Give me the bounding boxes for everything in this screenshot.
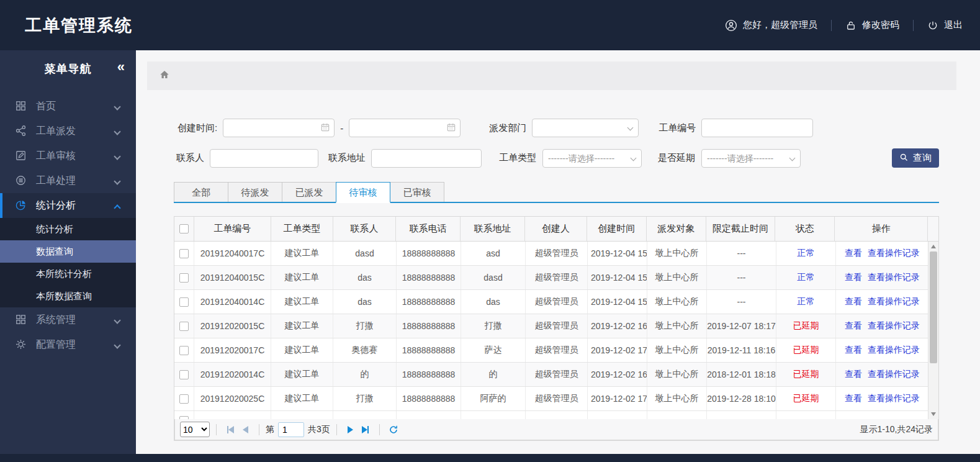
column-header: 状态	[775, 217, 835, 241]
row-checkbox[interactable]	[179, 297, 189, 307]
view-link[interactable]: 查看	[845, 393, 862, 404]
double-chevron-left-icon[interactable]: «	[117, 59, 124, 75]
select-all-cell	[174, 217, 194, 241]
cell-contact: 奥德赛	[333, 338, 397, 362]
calendar-icon[interactable]	[320, 122, 330, 134]
sidebar-item[interactable]: 工单审核	[0, 143, 136, 168]
address-input[interactable]	[371, 149, 482, 168]
checkbox-cell	[174, 363, 194, 386]
tab[interactable]: 已派发	[282, 182, 336, 202]
view-log-link[interactable]: 查看操作记录	[868, 272, 920, 283]
tab[interactable]: 待派发	[228, 182, 282, 202]
sidebar-subitem[interactable]: 统计分析	[0, 218, 136, 240]
table-row: 201912040015C建议工单das18888888888dasd超级管理员…	[174, 266, 938, 290]
view-link[interactable]: 查看	[845, 296, 862, 307]
cell-creator: 超级管理员	[526, 387, 588, 410]
created-time-end-input[interactable]	[349, 119, 461, 137]
cell-order-type: 建议工单	[271, 266, 333, 289]
page-size-select[interactable]: 10	[180, 422, 210, 437]
scroll-down-icon[interactable]	[931, 412, 936, 416]
vertical-scrollbar[interactable]	[928, 242, 938, 419]
sidebar-submenu: 统计分析数据查询本所统计分析本所数据查询	[0, 218, 136, 307]
scroll-up-icon[interactable]	[931, 245, 936, 248]
chevron-down-icon	[114, 178, 120, 184]
sidebar-item[interactable]: 工单处理	[0, 168, 136, 193]
column-header: 创建时间	[587, 217, 647, 241]
cell-contact: 打撒	[333, 387, 397, 410]
table-row: 201912020025C建议工单打撒18888888888阿萨的超级管理员20…	[174, 387, 938, 411]
dispatch-dept-select[interactable]	[532, 119, 639, 137]
view-log-link[interactable]: 查看操作记录	[868, 393, 920, 404]
row-checkbox[interactable]	[179, 370, 189, 379]
tab[interactable]: 已审核	[390, 182, 444, 202]
pagination-divider	[259, 424, 259, 435]
row-checkbox[interactable]	[179, 346, 189, 355]
row-checkbox[interactable]	[179, 273, 189, 283]
view-log-link[interactable]: 查看操作记录	[868, 296, 920, 307]
refresh-icon[interactable]	[386, 422, 401, 437]
column-header: 联系地址	[461, 217, 525, 241]
row-checkbox[interactable]	[179, 249, 189, 258]
table-row: 201912040017C建议工单dasd18888888888asd超级管理员…	[174, 242, 938, 266]
cell-creator: 超级管理员	[526, 242, 588, 265]
view-log-link[interactable]: 查看操作记录	[868, 248, 920, 259]
sidebar-subitem[interactable]: 本所数据查询	[0, 285, 136, 307]
search-icon	[899, 153, 909, 164]
tab[interactable]: 待审核	[336, 182, 390, 203]
order-no-input[interactable]	[701, 119, 813, 137]
contact-input[interactable]	[210, 149, 318, 168]
sidebar-item[interactable]: 首页	[0, 94, 136, 119]
sidebar-item[interactable]: 工单派发	[0, 119, 136, 143]
row-checkbox[interactable]	[179, 416, 189, 419]
order-type-select[interactable]: -------请选择-------	[542, 149, 642, 168]
view-link[interactable]: 查看	[845, 320, 862, 332]
last-page-button[interactable]	[358, 422, 373, 437]
next-page-button[interactable]	[343, 422, 358, 437]
logout-button[interactable]: 退出	[927, 19, 963, 31]
view-link[interactable]: 查看	[845, 272, 862, 283]
cell-dispatch-target: 墩上中心所	[647, 314, 707, 338]
row-checkbox[interactable]	[179, 322, 189, 331]
view-link[interactable]: 查看	[845, 369, 862, 380]
view-link[interactable]: 查看	[845, 345, 862, 356]
cell-deadline: 2019-12-07 18:17	[707, 314, 776, 338]
prev-page-button[interactable]	[238, 422, 253, 437]
sidebar-item[interactable]: 配置管理	[0, 332, 136, 357]
sidebar-item[interactable]: 系统管理	[0, 307, 136, 332]
cell-order-type: 建议工单	[271, 242, 333, 265]
scrollbar-thumb[interactable]	[930, 251, 937, 363]
dispatch-dept-label: 派发部门	[489, 122, 526, 134]
sidebar-subitem[interactable]: 本所统计分析	[0, 263, 136, 285]
pagination-divider	[216, 424, 217, 435]
user-icon	[725, 19, 737, 32]
view-log-link[interactable]: 查看操作记录	[868, 345, 920, 356]
sidebar-subitem[interactable]: 数据查询	[0, 240, 136, 263]
change-password-button[interactable]: 修改密码	[845, 19, 899, 31]
first-page-button[interactable]	[223, 422, 238, 437]
sidebar-item[interactable]: 统计分析	[0, 193, 136, 218]
created-time-start-input[interactable]	[223, 119, 335, 137]
view-log-link[interactable]: 查看操作记录	[868, 320, 920, 332]
query-button[interactable]: 查询	[892, 148, 939, 168]
empty-cell	[776, 411, 836, 419]
checkbox-cell	[174, 338, 194, 362]
cell-phone: 18888888888	[397, 314, 461, 338]
calendar-icon[interactable]	[446, 122, 456, 134]
sidebar-title-bar: 菜单导航 «	[0, 50, 136, 88]
delay-select[interactable]: -------请选择-------	[701, 149, 801, 168]
checkbox-cell	[174, 314, 194, 338]
empty-cell	[588, 411, 647, 419]
cell-dispatch-target: 墩上中心所	[647, 242, 707, 265]
user-greeting[interactable]: 您好，超级管理员	[725, 19, 817, 32]
view-link[interactable]: 查看	[845, 248, 862, 259]
row-checkbox[interactable]	[179, 394, 189, 404]
cell-actions: 查看查看操作记录	[836, 363, 929, 386]
view-log-link[interactable]: 查看操作记录	[868, 369, 920, 380]
tab[interactable]: 全部	[174, 182, 228, 202]
cell-status: 正常	[776, 266, 836, 289]
current-page-input[interactable]	[278, 422, 304, 437]
sidebar-subitem-label: 数据查询	[36, 246, 73, 258]
cell-actions: 查看查看操作记录	[836, 387, 929, 410]
home-icon[interactable]	[159, 69, 170, 83]
select-all-checkbox[interactable]	[179, 224, 189, 233]
